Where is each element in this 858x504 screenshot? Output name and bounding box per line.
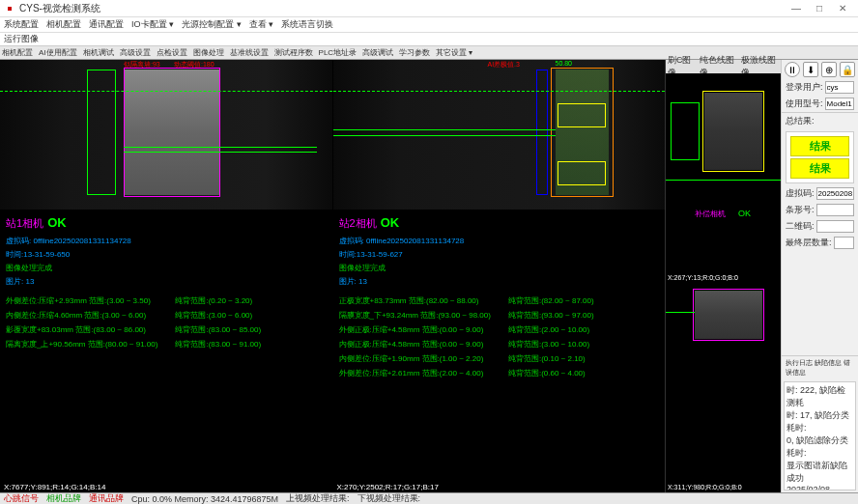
range-line: 纯背范围:(0.60 ~ 4.00) — [508, 368, 594, 378]
menu-item[interactable]: 查看 ▾ — [249, 18, 274, 31]
pause-button[interactable]: ⏸ — [785, 62, 800, 77]
status-camera: 相机品牌 — [46, 492, 81, 504]
tab[interactable]: 高级调试 — [362, 47, 393, 58]
menu-item[interactable]: IO卡配置 ▾ — [131, 18, 174, 31]
overlay-label: AI差极值.3 — [488, 60, 520, 70]
image-count: 图片: 13 — [6, 276, 327, 287]
coord-readout: X:7677;Y:891;R:14;G:14;B:14 — [0, 481, 332, 492]
camera1-info: 站1相机 OK 虚拟码: 0ffline202502081331134728 时… — [0, 210, 332, 492]
camera2-info: 站2相机 OK 虚拟码: 0ffline202502081331134728 时… — [333, 210, 666, 492]
tab[interactable]: 其它设置 ▾ — [436, 47, 472, 58]
field-label: 二维码: — [786, 220, 815, 233]
window-title: CYS-视觉检测系统 — [19, 2, 785, 15]
lock-icon[interactable]: 🔒 — [840, 62, 855, 77]
status-up: 上视频处理结果: — [286, 492, 350, 504]
status-dn: 下视频处理结果: — [358, 492, 421, 504]
measure-line: 外侧正极:压缩+4.58mm 范围:(0.00 ~ 9.00) — [339, 324, 491, 335]
status-cpu: Cpu: 0.0% Memory: 3424.41796875M — [131, 494, 278, 504]
range-line: 纯背范围:(93.00 ~ 97.00) — [508, 310, 594, 321]
barcode-field[interactable] — [816, 204, 854, 216]
log-tabs[interactable]: 执行日志 缺陷信息 错误信息 — [782, 355, 858, 379]
measure-line: 内侧正极:压缩+4.58mm 范围:(0.00 ~ 9.00) — [339, 339, 491, 350]
overlay-label: 动态阈值:180 — [174, 60, 214, 70]
log-panel: 时: 222, 缺陷检测耗时: 17, 缺陷分类耗时:0, 缺陷滤除分类耗时: … — [784, 381, 856, 491]
tab[interactable]: 高级设置 — [120, 47, 151, 58]
camera-name: 补偿相机 — [695, 209, 726, 219]
camera2-view[interactable]: AI差极值.3 50.80 — [333, 60, 666, 210]
menu-item[interactable]: 光源控制配置 ▾ — [182, 18, 242, 31]
tab[interactable]: AI使用配置 — [39, 47, 77, 58]
coord-readout: X:267;Y:13;R:0;G:0;B:0 — [666, 272, 781, 283]
status-comm: 通讯品牌 — [89, 492, 124, 504]
settings-icon[interactable]: ⊕ — [821, 62, 837, 77]
range-line: 纯背范围:(2.00 ~ 10.00) — [508, 324, 594, 335]
result-button[interactable]: 结果 — [790, 158, 849, 179]
proc-status: 图像处理完成 — [6, 263, 327, 273]
measure-line: 隔膜宽度_下+93.24mm 范围:(93.00 ~ 98.00) — [339, 310, 491, 321]
right-view-1[interactable]: 补偿相机 OK — [666, 73, 781, 272]
field-label: 虚拟码: — [786, 187, 815, 200]
range-line: 纯背范围:(0.10 ~ 2.10) — [508, 353, 594, 364]
image-count: 图片: 13 — [339, 276, 660, 287]
tab[interactable]: 图像处理 — [193, 47, 224, 58]
field-label: 条形号: — [786, 204, 815, 216]
subheader-title: 运行图像 — [4, 33, 39, 45]
measure-line: 影覆宽度+83.03mm 范围:(83.00 ~ 86.00) — [6, 324, 157, 335]
tab[interactable]: 点检设置 — [157, 47, 187, 58]
range-line: 纯背范围:(83.00 ~ 91.00) — [175, 339, 261, 350]
vcode-field[interactable] — [816, 187, 854, 200]
right-view-2[interactable] — [666, 283, 781, 482]
proc-status: 图像处理完成 — [339, 263, 660, 273]
overlay-label: 似隔离墙:93 — [124, 60, 160, 70]
overlay-label: 50.80 — [556, 60, 573, 67]
model-label: 使用型号: — [786, 98, 823, 110]
tab[interactable]: 学习参数 — [399, 47, 430, 58]
status-ok: OK — [738, 209, 751, 218]
app-logo — [4, 3, 15, 14]
user-field[interactable] — [825, 81, 854, 94]
menu-item[interactable]: 通讯配置 — [89, 18, 124, 31]
range-line: 纯背范围:(0.20 ~ 3.20) — [175, 295, 261, 306]
virtual-code: 虚拟码: 0ffline202502081331134728 — [339, 236, 660, 246]
timestamp: 时间:13-31-59-650 — [6, 249, 327, 260]
maximize-button[interactable]: □ — [808, 1, 831, 16]
measure-line: 内侧差位:压缩+1.90mm 范围:(1.00 ~ 2.20) — [339, 353, 491, 364]
close-button[interactable]: ✕ — [831, 1, 854, 16]
model-field[interactable] — [825, 98, 854, 110]
coord-readout: X:270;Y:2502;R:17;G:17;B:17 — [333, 481, 666, 492]
coord-readout: X:311;Y:980;R:0;G:0;B:0 — [666, 482, 781, 492]
range-line: 纯背范围:(3.00 ~ 6.00) — [175, 310, 261, 321]
menu-item[interactable]: 系统语言切换 — [281, 18, 333, 31]
camera-name: 站1相机 — [6, 216, 43, 231]
virtual-code: 虚拟码: 0ffline202502081331134728 — [6, 236, 327, 246]
download-icon[interactable]: ⬇ — [803, 62, 818, 77]
measure-line: 内侧差位:压缩4.60mm 范围:(3.00 ~ 6.00) — [6, 310, 157, 321]
field-label: 最终层数量: — [786, 237, 832, 249]
tab[interactable]: PLC地址录 — [319, 47, 358, 58]
minimize-button[interactable]: — — [785, 1, 808, 16]
layers-field[interactable] — [834, 237, 854, 249]
status-heartbeat: 心跳信号 — [4, 492, 39, 504]
tab[interactable]: 相机调试 — [83, 47, 114, 58]
menu-item[interactable]: 系统配置 — [4, 18, 39, 31]
tab[interactable]: 测试程序数 — [274, 47, 313, 58]
tab[interactable]: 基准线设置 — [230, 47, 269, 58]
qrcode-field[interactable] — [816, 220, 854, 233]
tab[interactable]: 相机配置 — [2, 47, 33, 58]
status-bar: 心跳信号 相机品牌 通讯品牌 Cpu: 0.0% Memory: 3424.41… — [0, 492, 858, 504]
summary-title: 总结果: — [782, 112, 858, 129]
user-label: 登录用户: — [786, 81, 823, 94]
status-ok: OK — [381, 215, 400, 230]
camera1-view[interactable]: 似隔离墙:93 动态阈值:180 — [0, 60, 332, 210]
right-tabs: 刷C图像 纯色线图像 极激线图像 — [666, 60, 781, 73]
status-ok: OK — [47, 215, 67, 230]
measure-line: 隔离宽度_上+90.56mm 范围:(80.00 ~ 91.00) — [6, 339, 157, 350]
timestamp: 时间:13-31-59-627 — [339, 249, 660, 260]
result-button[interactable]: 结果 — [790, 136, 849, 156]
measure-line: 正极宽度+83.73mm 范围:(82.00 ~ 88.00) — [339, 295, 491, 306]
range-line: 纯背范围:(83.00 ~ 85.00) — [175, 324, 261, 335]
camera-name: 站2相机 — [339, 216, 377, 231]
menu-item[interactable]: 相机配置 — [46, 18, 81, 31]
range-line: 纯背范围:(3.00 ~ 10.00) — [508, 339, 594, 350]
measure-line: 外侧差位:压缩+2.93mm 范围:(3.00 ~ 3.50) — [6, 295, 157, 306]
